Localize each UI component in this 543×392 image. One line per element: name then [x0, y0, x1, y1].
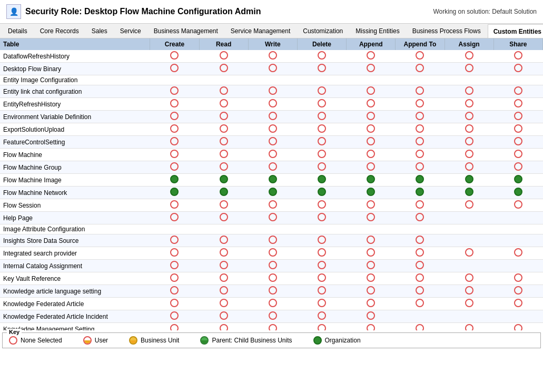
table-cell-write[interactable] — [248, 298, 297, 310]
table-cell-write[interactable] — [248, 247, 297, 260]
table-cell-share[interactable] — [493, 50, 542, 63]
table-cell-append[interactable] — [347, 123, 396, 136]
table-cell-append_to[interactable] — [396, 323, 445, 331]
table-cell-append_to[interactable] — [396, 224, 445, 234]
table-cell-append[interactable] — [347, 323, 396, 331]
table-cell-append[interactable] — [347, 199, 396, 212]
table-cell-delete[interactable] — [297, 50, 346, 63]
table-cell-read[interactable] — [199, 149, 248, 161]
table-cell-share[interactable] — [493, 234, 542, 247]
table-cell-assign[interactable] — [445, 111, 493, 123]
table-cell-write[interactable] — [248, 50, 297, 63]
table-cell-assign[interactable] — [445, 50, 493, 63]
table-cell-write[interactable] — [248, 272, 297, 285]
table-cell-append[interactable] — [347, 234, 396, 247]
table-cell-assign[interactable] — [445, 234, 493, 247]
table-cell-append_to[interactable] — [396, 75, 445, 85]
table-cell-create[interactable] — [150, 136, 199, 149]
table-cell-assign[interactable] — [445, 161, 493, 174]
table-cell-assign[interactable] — [445, 285, 493, 298]
table-cell-create[interactable] — [150, 123, 199, 136]
table-cell-write[interactable] — [248, 199, 297, 212]
table-cell-create[interactable] — [150, 98, 199, 111]
table-cell-delete[interactable] — [297, 161, 346, 174]
table-cell-write[interactable] — [248, 285, 297, 298]
table-cell-read[interactable] — [199, 285, 248, 298]
table-cell-assign[interactable] — [445, 260, 493, 272]
table-cell-append_to[interactable] — [396, 298, 445, 310]
table-cell-share[interactable] — [493, 260, 542, 272]
table-cell-append[interactable] — [347, 212, 396, 224]
table-cell-create[interactable] — [150, 247, 199, 260]
table-cell-create[interactable] — [150, 234, 199, 247]
table-cell-append_to[interactable] — [396, 199, 445, 212]
table-cell-write[interactable] — [248, 161, 297, 174]
table-cell-read[interactable] — [199, 75, 248, 85]
table-cell-delete[interactable] — [297, 187, 346, 199]
table-cell-share[interactable] — [493, 310, 542, 323]
table-cell-delete[interactable] — [297, 123, 346, 136]
table-cell-read[interactable] — [199, 50, 248, 63]
table-cell-append_to[interactable] — [396, 111, 445, 123]
table-cell-delete[interactable] — [297, 174, 346, 187]
table-cell-create[interactable] — [150, 199, 199, 212]
table-cell-create[interactable] — [150, 212, 199, 224]
table-cell-append_to[interactable] — [396, 187, 445, 199]
table-cell-append_to[interactable] — [396, 247, 445, 260]
table-cell-assign[interactable] — [445, 323, 493, 331]
table-cell-share[interactable] — [493, 212, 542, 224]
table-cell-share[interactable] — [493, 224, 542, 234]
table-cell-append[interactable] — [347, 260, 396, 272]
table-cell-append[interactable] — [347, 285, 396, 298]
tab-business-management[interactable]: Business Management — [148, 24, 224, 38]
table-cell-share[interactable] — [493, 123, 542, 136]
table-cell-create[interactable] — [150, 298, 199, 310]
table-cell-delete[interactable] — [297, 149, 346, 161]
table-cell-delete[interactable] — [297, 323, 346, 331]
table-cell-create[interactable] — [150, 323, 199, 331]
table-cell-write[interactable] — [248, 310, 297, 323]
table-cell-share[interactable] — [493, 199, 542, 212]
table-cell-share[interactable] — [493, 285, 542, 298]
tab-customization[interactable]: Customization — [297, 24, 349, 38]
table-cell-assign[interactable] — [445, 247, 493, 260]
table-cell-assign[interactable] — [445, 149, 493, 161]
table-cell-create[interactable] — [150, 187, 199, 199]
table-cell-write[interactable] — [248, 212, 297, 224]
table-inner[interactable]: TableCreateReadWriteDeleteAppendAppend T… — [0, 38, 543, 330]
table-cell-read[interactable] — [199, 224, 248, 234]
table-cell-read[interactable] — [199, 111, 248, 123]
table-cell-write[interactable] — [248, 234, 297, 247]
table-cell-append_to[interactable] — [396, 85, 445, 98]
table-cell-create[interactable] — [150, 310, 199, 323]
table-cell-append[interactable] — [347, 98, 396, 111]
table-cell-write[interactable] — [248, 174, 297, 187]
tab-details[interactable]: Details — [2, 24, 33, 38]
table-cell-delete[interactable] — [297, 85, 346, 98]
table-cell-write[interactable] — [248, 260, 297, 272]
table-cell-share[interactable] — [493, 187, 542, 199]
table-cell-share[interactable] — [493, 298, 542, 310]
table-cell-assign[interactable] — [445, 310, 493, 323]
table-cell-read[interactable] — [199, 234, 248, 247]
table-cell-append[interactable] — [347, 247, 396, 260]
table-cell-delete[interactable] — [297, 260, 346, 272]
table-cell-create[interactable] — [150, 285, 199, 298]
table-cell-append[interactable] — [347, 50, 396, 63]
table-cell-assign[interactable] — [445, 212, 493, 224]
table-cell-assign[interactable] — [445, 272, 493, 285]
table-cell-write[interactable] — [248, 75, 297, 85]
tab-core-records[interactable]: Core Records — [34, 24, 85, 38]
table-cell-append_to[interactable] — [396, 285, 445, 298]
table-cell-read[interactable] — [199, 310, 248, 323]
table-cell-create[interactable] — [150, 174, 199, 187]
table-cell-read[interactable] — [199, 136, 248, 149]
table-cell-write[interactable] — [248, 149, 297, 161]
table-cell-write[interactable] — [248, 136, 297, 149]
table-cell-share[interactable] — [493, 136, 542, 149]
table-cell-append_to[interactable] — [396, 50, 445, 63]
table-cell-append_to[interactable] — [396, 123, 445, 136]
table-cell-delete[interactable] — [297, 75, 346, 85]
table-cell-read[interactable] — [199, 199, 248, 212]
table-cell-append[interactable] — [347, 111, 396, 123]
